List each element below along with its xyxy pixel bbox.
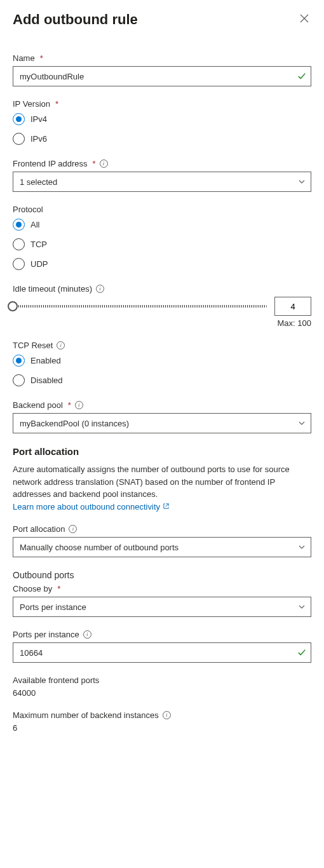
close-button[interactable] <box>297 11 311 25</box>
tcp-reset-label: TCP Reset <box>13 341 53 350</box>
radio-circle-icon <box>13 238 25 250</box>
backend-pool-select[interactable]: myBackendPool (0 instances) <box>13 413 311 433</box>
radio-ipv4[interactable]: IPv4 <box>13 112 311 126</box>
ipversion-label: IP Version <box>13 99 50 109</box>
select-value: myBackendPool (0 instances) <box>20 419 129 428</box>
idle-timeout-slider[interactable] <box>13 305 267 308</box>
choose-by-label: Choose by <box>13 584 52 593</box>
required-indicator: * <box>55 99 58 109</box>
chevron-down-icon <box>298 178 306 186</box>
radio-tcp-reset-enabled[interactable]: Enabled <box>13 353 311 368</box>
slider-knob[interactable] <box>8 301 18 311</box>
info-icon[interactable]: i <box>69 525 77 533</box>
select-value: 1 selected <box>20 177 57 187</box>
radio-protocol-tcp[interactable]: TCP <box>13 237 311 252</box>
checkmark-icon <box>297 72 306 81</box>
checkmark-icon <box>297 648 306 657</box>
radio-label: TCP <box>30 240 47 249</box>
info-icon[interactable]: i <box>75 401 83 409</box>
page-title: Add outbound rule <box>13 11 138 28</box>
required-indicator: * <box>93 159 96 168</box>
external-link-icon <box>163 501 170 513</box>
radio-circle-icon <box>13 355 25 367</box>
max-backend-instances-value: 6 <box>13 723 311 733</box>
idle-timeout-label: Idle timeout (minutes) <box>13 284 92 294</box>
radio-ipv6[interactable]: IPv6 <box>13 132 311 146</box>
radio-circle-icon <box>13 374 25 386</box>
ports-per-instance-label: Ports per instance <box>13 630 79 639</box>
info-icon[interactable]: i <box>100 159 108 168</box>
available-frontend-ports-label: Available frontend ports <box>13 675 99 685</box>
radio-circle-icon <box>13 258 25 270</box>
radio-circle-icon <box>13 113 25 125</box>
chevron-down-icon <box>298 543 306 551</box>
max-backend-instances-label: Maximum number of backend instances <box>13 710 159 720</box>
name-input[interactable] <box>13 66 311 86</box>
radio-protocol-all[interactable]: All <box>13 217 311 232</box>
frontend-ip-select[interactable]: 1 selected <box>13 172 311 192</box>
chevron-down-icon <box>298 603 306 611</box>
select-value: Ports per instance <box>20 602 86 612</box>
close-icon <box>300 14 309 23</box>
radio-label: Disabled <box>30 376 63 385</box>
idle-timeout-value-input[interactable] <box>274 297 311 316</box>
info-icon[interactable]: i <box>57 341 65 349</box>
required-indicator: * <box>57 584 60 593</box>
radio-label: IPv6 <box>30 134 47 144</box>
outbound-ports-heading: Outbound ports <box>13 570 311 580</box>
required-indicator: * <box>68 400 71 410</box>
ports-per-instance-input[interactable] <box>13 642 311 663</box>
radio-circle-icon <box>13 219 25 231</box>
chevron-down-icon <box>298 419 306 427</box>
port-allocation-label: Port allocation <box>13 524 65 534</box>
port-allocation-select[interactable]: Manually choose number of outbound ports <box>13 537 311 557</box>
backend-pool-label: Backend pool <box>13 400 63 410</box>
choose-by-select[interactable]: Ports per instance <box>13 597 311 617</box>
radio-circle-icon <box>13 133 25 145</box>
info-icon[interactable]: i <box>83 630 91 639</box>
select-value: Manually choose number of outbound ports <box>20 543 179 552</box>
idle-timeout-max: Max: 100 <box>13 318 311 328</box>
radio-protocol-udp[interactable]: UDP <box>13 257 311 271</box>
frontend-ip-label: Frontend IP address <box>13 159 88 168</box>
required-indicator: * <box>40 53 43 63</box>
port-allocation-description: Azure automatically assigns the number o… <box>13 463 311 513</box>
info-icon[interactable]: i <box>96 285 104 293</box>
protocol-label: Protocol <box>13 205 43 214</box>
radio-label: Enabled <box>30 356 61 365</box>
learn-more-link[interactable]: Learn more about outbound connectivity <box>13 501 170 513</box>
port-allocation-heading: Port allocation <box>13 446 311 457</box>
available-frontend-ports-value: 64000 <box>13 688 311 698</box>
info-icon[interactable]: i <box>163 711 171 719</box>
name-label: Name <box>13 53 35 63</box>
radio-label: UDP <box>30 259 48 269</box>
radio-label: IPv4 <box>30 114 47 124</box>
radio-tcp-reset-disabled[interactable]: Disabled <box>13 373 311 388</box>
radio-label: All <box>30 220 39 229</box>
